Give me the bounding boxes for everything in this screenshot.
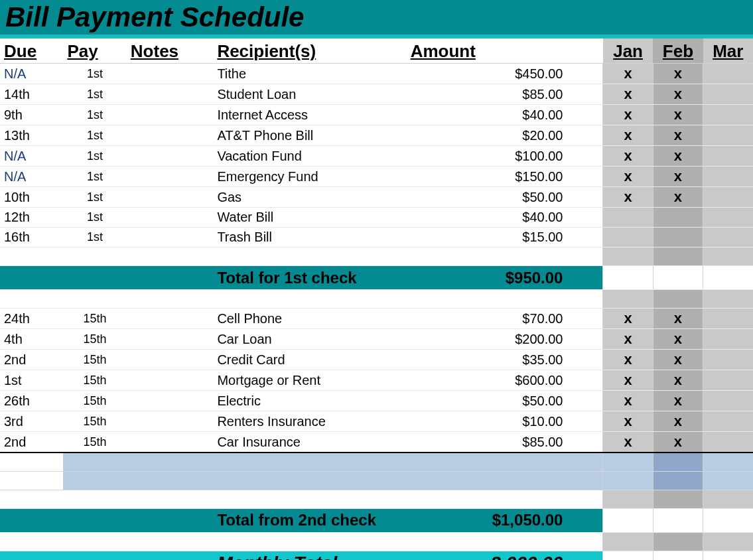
cell-jan[interactable]: x	[603, 167, 653, 187]
cell-notes[interactable]	[127, 432, 214, 453]
cell-amount[interactable]: $200.00	[407, 329, 603, 350]
table-row[interactable]: N/A1stEmergency Fund$150.00xx	[0, 167, 753, 187]
cell-pay[interactable]: 1st	[63, 228, 126, 247]
cell-due[interactable]: 3rd	[0, 411, 63, 432]
table-row[interactable]: N/A1stVacation Fund$100.00xx	[0, 146, 753, 167]
cell-jan[interactable]: x	[603, 432, 653, 453]
cell-amount[interactable]: $100.00	[407, 146, 603, 167]
cell-mar[interactable]	[703, 391, 753, 411]
table-row[interactable]: 14th1stStudent Loan$85.00xx	[0, 84, 753, 105]
cell-jan[interactable]: x	[603, 370, 653, 391]
cell-mar[interactable]	[703, 329, 753, 350]
cell-notes[interactable]	[127, 167, 214, 187]
cell-pay[interactable]: 1st	[63, 84, 126, 105]
selection-row[interactable]	[0, 471, 753, 490]
cell-recipient[interactable]: Water Bill	[213, 208, 406, 228]
cell-mar[interactable]	[703, 167, 753, 187]
cell-recipient[interactable]: Cell Phone	[213, 309, 406, 329]
cell-pay[interactable]: 15th	[63, 370, 126, 391]
cell-feb[interactable]: x	[653, 329, 703, 350]
cell-jan[interactable]: x	[603, 391, 653, 411]
cell-mar[interactable]	[703, 350, 753, 370]
cell-recipient[interactable]: Internet Access	[213, 105, 406, 125]
cell-recipient[interactable]: Gas	[213, 187, 406, 208]
cell-mar[interactable]	[703, 105, 753, 125]
cell-due[interactable]: 12th	[0, 208, 63, 228]
cell-jan[interactable]: x	[603, 125, 653, 146]
cell-notes[interactable]	[127, 208, 214, 228]
col-amount[interactable]: Amount	[407, 38, 603, 64]
col-due[interactable]: Due	[0, 38, 63, 64]
cell-due[interactable]: 10th	[0, 187, 63, 208]
cell-notes[interactable]	[127, 309, 214, 329]
cell-mar[interactable]	[703, 228, 753, 247]
cell-amount[interactable]: $10.00	[407, 411, 603, 432]
cell-amount[interactable]: $150.00	[407, 167, 603, 187]
cell-notes[interactable]	[127, 84, 214, 105]
col-recipient[interactable]: Recipient(s)	[213, 38, 406, 64]
cell-feb[interactable]: x	[653, 411, 703, 432]
cell-pay[interactable]: 15th	[63, 391, 126, 411]
cell-feb[interactable]: x	[653, 350, 703, 370]
cell-feb[interactable]	[653, 208, 703, 228]
cell-mar[interactable]	[703, 125, 753, 146]
cell-due[interactable]: 1st	[0, 370, 63, 391]
cell-recipient[interactable]: Car Insurance	[213, 432, 406, 453]
cell-jan[interactable]: x	[603, 329, 653, 350]
cell-amount[interactable]: $20.00	[407, 125, 603, 146]
cell-pay[interactable]: 1st	[63, 146, 126, 167]
cell-pay[interactable]: 1st	[63, 105, 126, 125]
cell-notes[interactable]	[127, 125, 214, 146]
cell-amount[interactable]: $600.00	[407, 370, 603, 391]
table-row[interactable]: 13th1stAT&T Phone Bill$20.00xx	[0, 125, 753, 146]
cell-due[interactable]: 13th	[0, 125, 63, 146]
table-row[interactable]: 2nd15thCredit Card$35.00xx	[0, 350, 753, 370]
table-row[interactable]: 2nd15thCar Insurance$85.00xx	[0, 432, 753, 453]
cell-recipient[interactable]: AT&T Phone Bill	[213, 125, 406, 146]
cell-mar[interactable]	[703, 411, 753, 432]
cell-pay[interactable]: 15th	[63, 309, 126, 329]
cell-pay[interactable]: 1st	[63, 64, 126, 84]
cell-pay[interactable]: 1st	[63, 208, 126, 228]
cell-feb[interactable]: x	[653, 187, 703, 208]
cell-notes[interactable]	[127, 105, 214, 125]
cell-pay[interactable]: 1st	[63, 125, 126, 146]
cell-mar[interactable]	[703, 84, 753, 105]
cell-mar[interactable]	[703, 370, 753, 391]
table-row[interactable]: N/A1stTithe$450.00xx	[0, 64, 753, 84]
cell-notes[interactable]	[127, 350, 214, 370]
table-row[interactable]: 4th15thCar Loan$200.00xx	[0, 329, 753, 350]
cell-amount[interactable]: $85.00	[407, 84, 603, 105]
cell-jan[interactable]: x	[603, 146, 653, 167]
cell-feb[interactable]: x	[653, 84, 703, 105]
cell-feb[interactable]: x	[653, 370, 703, 391]
cell-recipient[interactable]: Tithe	[213, 64, 406, 84]
cell-recipient[interactable]: Car Loan	[213, 329, 406, 350]
cell-jan[interactable]: x	[603, 309, 653, 329]
table-row[interactable]: 9th1stInternet Access$40.00xx	[0, 105, 753, 125]
cell-notes[interactable]	[127, 146, 214, 167]
col-feb[interactable]: Feb	[653, 38, 703, 64]
table-row[interactable]: 1st15thMortgage or Rent$600.00xx	[0, 370, 753, 391]
cell-recipient[interactable]: Mortgage or Rent	[213, 370, 406, 391]
cell-due[interactable]: 16th	[0, 228, 63, 247]
cell-pay[interactable]: 15th	[63, 432, 126, 453]
cell-feb[interactable]: x	[653, 64, 703, 84]
cell-recipient[interactable]: Emergency Fund	[213, 167, 406, 187]
table-row[interactable]: 16th1stTrash Bill$15.00	[0, 228, 753, 247]
cell-feb[interactable]: x	[653, 167, 703, 187]
cell-jan[interactable]	[603, 208, 653, 228]
cell-feb[interactable]: x	[653, 432, 703, 453]
cell-mar[interactable]	[703, 187, 753, 208]
table-row[interactable]: 10th1stGas$50.00xx	[0, 187, 753, 208]
cell-mar[interactable]	[703, 432, 753, 453]
cell-feb[interactable]: x	[653, 146, 703, 167]
cell-jan[interactable]: x	[603, 105, 653, 125]
col-notes[interactable]: Notes	[127, 38, 214, 64]
cell-amount[interactable]: $15.00	[407, 228, 603, 247]
cell-mar[interactable]	[703, 208, 753, 228]
cell-mar[interactable]	[703, 146, 753, 167]
cell-due[interactable]: N/A	[0, 64, 63, 84]
cell-feb[interactable]	[653, 228, 703, 247]
cell-notes[interactable]	[127, 370, 214, 391]
